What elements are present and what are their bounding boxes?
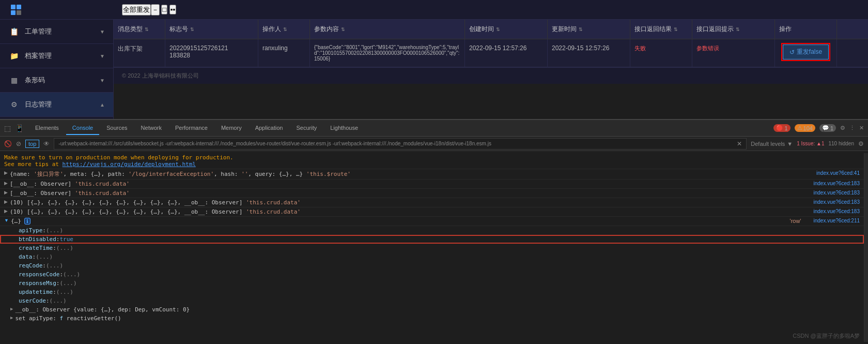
console-scrollbar[interactable]: [864, 153, 868, 342]
prop-responsecode: responseCode: (...): [0, 270, 864, 279]
window-controls: － □ ▪▪: [151, 4, 176, 16]
sort-icon-updatetime[interactable]: ⇅: [579, 27, 583, 32]
cell-updatetime: 2022-09-15 12:57:26: [548, 39, 630, 67]
eye-icon[interactable]: 👁: [43, 140, 50, 147]
expand-arrow-array1[interactable]: ▶: [4, 199, 8, 204]
devtools-panel: ⬚ 📱 Elements Console Sources Network Per…: [0, 119, 868, 344]
sort-icon-signno[interactable]: ⇅: [190, 27, 194, 32]
tab-sources[interactable]: Sources: [100, 122, 133, 135]
prop-reqcode: reqCode: (...): [0, 261, 864, 270]
csdn-watermark: CSDN @蓝胖子的多啦A梦: [793, 332, 860, 340]
reload-all-button[interactable]: 全部重发: [122, 4, 151, 16]
deployment-link[interactable]: https://vuejs.org/guide/deployment.html: [63, 161, 196, 168]
resend-button[interactable]: ↺ 重发false: [783, 44, 829, 59]
info-badge: 💬 1: [819, 124, 836, 132]
expand-arrow-crud2[interactable]: ▶: [4, 190, 8, 195]
console-line-array1: ▶ (10) [{…}, {…}, {…}, {…}, {…}, {…}, {……: [0, 198, 864, 207]
col-header-msgtype: 消息类型 ⇅: [114, 20, 165, 39]
devtools-close-icon[interactable]: ✕: [859, 125, 864, 131]
sort-icon-createtime[interactable]: ⇅: [496, 27, 500, 32]
prop-setter: ▶ set apiType: f reactiveGetter(): [0, 314, 864, 323]
window-maximize-button[interactable]: ▪▪: [169, 5, 176, 14]
console-line-crud1: ▶ [__ob__: Observer] 'this.crud.data' in…: [0, 180, 864, 189]
console-clear-icon[interactable]: 🚫: [4, 140, 12, 147]
cell-createtime: 2022-09-15 12:57:26: [465, 39, 548, 67]
devtools-device-icon[interactable]: 📱: [15, 124, 24, 132]
sidebar-arrow-archive: ▼: [100, 53, 105, 59]
cell-params: {"baseCode":"8001","lgort":"M9142","ware…: [310, 39, 465, 67]
crud2-source[interactable]: index.vue?6ced:183: [813, 190, 860, 196]
tab-elements[interactable]: Elements: [29, 122, 65, 135]
devtools-more-icon[interactable]: ⋮: [849, 125, 855, 131]
cell-apihint: 参数错误: [692, 39, 775, 67]
svg-rect-3: [17, 10, 21, 15]
production-warning-text: Make sure to turn on production mode whe…: [4, 154, 860, 168]
tab-application[interactable]: Application: [249, 122, 289, 135]
top-selector[interactable]: top: [25, 140, 39, 148]
expand-arrow-route[interactable]: ▶: [4, 170, 8, 175]
obj-source[interactable]: index.vue?6ced:211: [813, 218, 860, 223]
console-filter-icon[interactable]: ⊘: [16, 140, 21, 147]
console-line-array2: ▶ (10) [{…}, {…}, {…}, {…}, {…}, {…}, {……: [0, 207, 864, 217]
cell-msgtype: 出库下架: [114, 39, 165, 67]
prop-usercode: userCode: (...): [0, 296, 864, 305]
crud2-text: [__ob__: Observer] 'this.crud.data': [10, 190, 805, 197]
sort-icon-apihint[interactable]: ⇅: [736, 27, 740, 32]
console-toolbar: 🚫 ⊘ top 👁 -url:webpack-internal:///./src…: [0, 137, 868, 151]
console-output: Make sure to turn on production mode whe…: [0, 151, 868, 344]
expand-arrow-obj[interactable]: ▼: [4, 218, 9, 223]
filter-clear-icon[interactable]: ✕: [737, 140, 742, 147]
expand-observer[interactable]: ▶: [10, 306, 13, 313]
cell-apiresult: 失败: [630, 39, 692, 67]
hidden-count: 110 hidden: [829, 141, 855, 146]
cell-operator: ranxuling: [258, 39, 310, 67]
expand-arrow-array2[interactable]: ▶: [4, 208, 8, 214]
copyright: © 2022 上海举锦科技有限公司: [114, 67, 868, 84]
cell-action[interactable]: ↺ 重发false: [775, 39, 837, 67]
devtools-toolbar-icons: 🔴 1 ⚠ 104 💬 1 ⚙ ⋮ ✕: [773, 124, 864, 132]
error-badge: 🔴 1: [773, 124, 790, 132]
col-header-createtime: 创建时间 ⇅: [465, 20, 548, 39]
window-minimize-button[interactable]: －: [151, 4, 160, 16]
prop-data: data: (...): [0, 252, 864, 261]
sidebar-item-workorder[interactable]: 📋 工单管理 ▼: [0, 20, 113, 44]
console-line-obj: ▼ {…} ℹ 'row' index.vue?6ced:211: [0, 217, 864, 226]
console-line-production: Make sure to turn on production mode whe…: [0, 153, 864, 169]
sort-icon-operator[interactable]: ⇅: [283, 27, 287, 32]
array1-source[interactable]: index.vue?6ced:183: [813, 199, 860, 205]
hidden-settings-icon[interactable]: ⚙: [858, 140, 864, 147]
warning-badge: ⚠ 104: [795, 124, 815, 132]
tab-memory[interactable]: Memory: [215, 122, 248, 135]
row-label: 'row': [790, 218, 801, 224]
expand-arrow-crud1[interactable]: ▶: [4, 181, 8, 186]
devtools-tab-bar: ⬚ 📱 Elements Console Sources Network Per…: [0, 120, 868, 137]
sidebar-item-logmgmt[interactable]: ⚙ 日志管理 ▲: [0, 93, 113, 117]
tab-security[interactable]: Security: [290, 122, 323, 135]
sidebar: 📋 工单管理 ▼ 📁 档案管理 ▼ ▦ 条形码 ▼ ⚙ 日志管理 ▲: [0, 20, 114, 119]
tab-console[interactable]: Console: [66, 122, 99, 135]
tab-lighthouse[interactable]: Lighthouse: [324, 122, 364, 135]
tab-network[interactable]: Network: [135, 122, 168, 135]
col-header-apiresult: 接口返回结果 ⇅: [630, 20, 692, 39]
route-source[interactable]: index.vue?6ced:41: [816, 170, 860, 176]
devtools-settings-icon[interactable]: ⚙: [840, 125, 845, 131]
console-line-crud2: ▶ [__ob__: Observer] 'this.crud.data' in…: [0, 189, 864, 198]
crud1-source[interactable]: index.vue?6ced:183: [813, 181, 860, 186]
window-restore-button[interactable]: □: [161, 5, 167, 14]
levels-dropdown-arrow[interactable]: ▼: [787, 141, 793, 147]
sort-icon-params[interactable]: ⇅: [341, 27, 345, 32]
devtools-inspect-icon[interactable]: ⬚: [4, 124, 11, 132]
sort-icon-msgtype[interactable]: ⇅: [145, 27, 149, 32]
sidebar-label-barcode: 条形码: [25, 76, 95, 85]
expand-setter[interactable]: ▶: [10, 315, 13, 322]
tab-performance[interactable]: Performance: [169, 122, 214, 135]
prop-btndisabled: btnDisabled: true: [0, 235, 864, 244]
console-filter-input[interactable]: -url:webpack-internal:///./src/utils/web…: [54, 138, 747, 149]
console-line-route: ▶ {name: '接口异常', meta: {…}, path: '/log/…: [0, 169, 864, 180]
sidebar-label-archive: 档案管理: [25, 51, 95, 61]
sort-icon-apiresult[interactable]: ⇅: [674, 27, 678, 32]
sidebar-item-barcode[interactable]: ▦ 条形码 ▼: [0, 68, 113, 93]
array2-source[interactable]: index.vue?6ced:183: [813, 208, 860, 214]
sidebar-label-workorder: 工单管理: [25, 27, 95, 36]
sidebar-item-archive[interactable]: 📁 档案管理 ▼: [0, 44, 113, 68]
